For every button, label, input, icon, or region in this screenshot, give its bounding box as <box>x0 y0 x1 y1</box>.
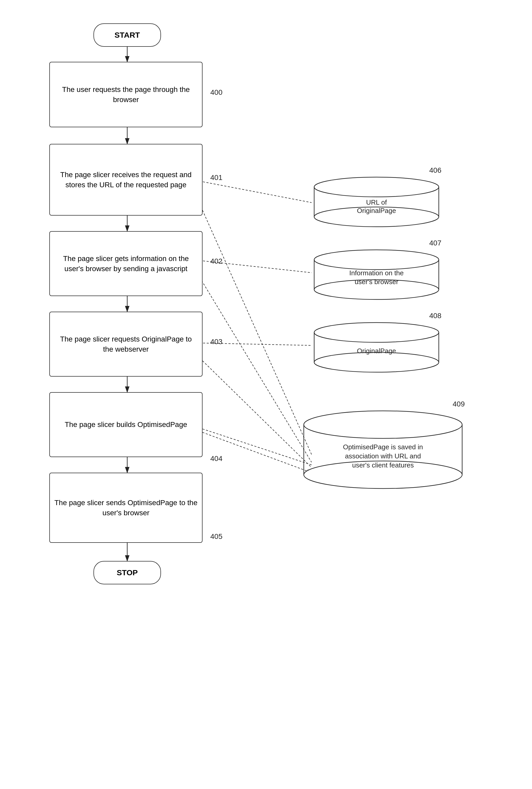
svg-point-17 <box>314 177 439 197</box>
stop-terminal: STOP <box>93 561 161 584</box>
label-406: 406 <box>429 166 441 174</box>
svg-line-12 <box>192 429 311 473</box>
label-404: 404 <box>210 454 223 463</box>
svg-text:user's client features: user's client features <box>352 461 414 469</box>
label-409: 409 <box>453 400 465 408</box>
label-407: 407 <box>429 239 441 247</box>
svg-line-14 <box>192 187 311 454</box>
label-403: 403 <box>210 338 223 346</box>
step-402-box: The page slicer gets information on the … <box>49 231 203 296</box>
diagram: START The user requests the page through… <box>0 0 532 789</box>
label-408: 408 <box>429 312 441 320</box>
svg-point-23 <box>314 250 439 269</box>
svg-line-16 <box>192 351 311 468</box>
db-406: 406 URL of OriginalPage <box>311 176 441 228</box>
step-403-box: The page slicer requests OriginalPage to… <box>49 312 203 377</box>
label-405: 405 <box>210 532 223 541</box>
cylinder-407-svg: Information on the user's browser <box>311 249 441 301</box>
start-terminal: START <box>93 23 161 47</box>
db-408: 408 OriginalPage <box>311 322 441 374</box>
svg-line-15 <box>192 265 311 462</box>
step-405-box: The page slicer sends OptimisedPage to t… <box>49 473 203 543</box>
svg-text:user's browser: user's browser <box>355 278 399 286</box>
svg-text:URL of: URL of <box>366 199 387 206</box>
svg-point-32 <box>314 353 439 372</box>
svg-point-29 <box>314 323 439 342</box>
svg-line-11 <box>192 343 311 345</box>
svg-text:OptimisedPage is saved in: OptimisedPage is saved in <box>343 443 423 451</box>
cylinder-406-svg: URL of OriginalPage <box>311 176 441 228</box>
db-409: 409 OptimisedPage is saved in associatio… <box>301 410 465 493</box>
step-401-box: The page slicer receives the request and… <box>49 144 203 215</box>
svg-text:OriginalPage: OriginalPage <box>357 347 396 355</box>
svg-line-9 <box>192 180 311 203</box>
db-407: 407 Information on the user's browser <box>311 249 441 301</box>
svg-text:association with URL and: association with URL and <box>345 452 421 460</box>
svg-point-34 <box>304 411 462 438</box>
svg-text:Information on the: Information on the <box>349 269 404 277</box>
step-400-box: The user requests the page through the b… <box>49 62 203 127</box>
label-402: 402 <box>210 257 223 265</box>
cylinder-408-svg: OriginalPage <box>311 322 441 374</box>
label-400: 400 <box>210 88 223 97</box>
svg-text:OriginalPage: OriginalPage <box>357 207 396 214</box>
label-401: 401 <box>210 173 223 182</box>
cylinder-409-svg: OptimisedPage is saved in association wi… <box>301 410 465 493</box>
step-404-box: The page slicer builds OptimisedPage <box>49 392 203 457</box>
svg-line-10 <box>192 260 311 273</box>
